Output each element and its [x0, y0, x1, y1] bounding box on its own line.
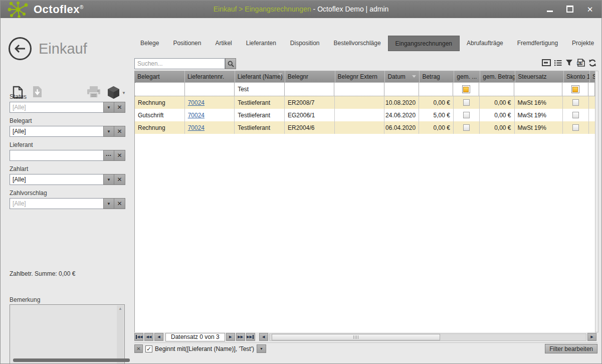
- status-select[interactable]: [Alle]: [10, 102, 103, 113]
- cell-belegart[interactable]: Rechnung: [135, 96, 185, 109]
- zahlvorschlag-select[interactable]: [Alle]: [10, 198, 103, 209]
- next-page-button[interactable]: ▶▶: [236, 333, 245, 341]
- belegart-clear-button[interactable]: ✕: [114, 126, 125, 137]
- filter-cell-lieferant-name[interactable]: Test: [235, 83, 285, 96]
- filter-cell-lieferantennr[interactable]: [185, 83, 235, 96]
- cell-gem-betrag[interactable]: 0,00 €: [480, 96, 515, 109]
- table-row[interactable]: Rechnung 70024 Testlieferant ER2004/6 06…: [135, 121, 595, 134]
- cell-gem-betrag[interactable]: 0,00 €: [480, 121, 515, 134]
- filter-cell-belegart[interactable]: [135, 83, 185, 96]
- column-header-belegnr-extern[interactable]: Belegnr Extern: [335, 71, 385, 82]
- close-button[interactable]: ✕: [583, 5, 596, 14]
- filter-cell-datum[interactable]: [384, 83, 419, 96]
- cell-lieferant-name[interactable]: Testlieferant: [235, 109, 285, 121]
- skonto1-filter-checkbox[interactable]: [571, 85, 579, 93]
- cell-belegnr[interactable]: EG2006/1: [285, 109, 335, 121]
- prev-record-button[interactable]: ◀: [154, 333, 163, 341]
- skonto1-checkbox[interactable]: [572, 112, 579, 118]
- maximize-button[interactable]: [563, 5, 576, 14]
- prev-page-button[interactable]: ◀◀: [144, 333, 153, 341]
- tab-bestellvorschlaege[interactable]: Bestellvorschläge: [327, 35, 388, 52]
- tab-eingangsrechnungen[interactable]: Eingangsrechnungen: [388, 36, 460, 51]
- bemerkung-scrollbar[interactable]: ▲▼: [117, 305, 124, 364]
- panel-toggle-button[interactable]: [542, 59, 551, 66]
- tab-disposition[interactable]: Disposition: [283, 35, 327, 52]
- grid-hscrollbar[interactable]: [269, 333, 586, 341]
- column-header-lieferantennr[interactable]: Lieferantennr.: [185, 71, 235, 82]
- gem-checkbox[interactable]: [463, 99, 470, 106]
- lieferantennr-link[interactable]: 70024: [188, 99, 205, 106]
- gem-filter-checkbox[interactable]: [462, 85, 470, 93]
- belegart-select[interactable]: [Alle]: [10, 126, 103, 137]
- lieferantennr-link[interactable]: 70024: [188, 124, 205, 131]
- table-row[interactable]: Rechnung 70024 Testlieferant ER2008/7 10…: [135, 96, 595, 109]
- cell-betrag[interactable]: 0,00 €: [419, 121, 454, 134]
- status-dropdown-button[interactable]: ▼: [103, 102, 114, 113]
- filter-expression[interactable]: Beginnt mit([Lieferant (Name)], 'Test'): [155, 345, 254, 352]
- grid-vscrollbar[interactable]: [595, 71, 598, 332]
- sidebar-hscrollbar[interactable]: [13, 358, 130, 362]
- cell-steuersatz[interactable]: MwSt 19%: [515, 121, 563, 134]
- tab-lieferanten[interactable]: Lieferanten: [239, 35, 283, 52]
- back-button[interactable]: [9, 37, 32, 60]
- skonto1-checkbox[interactable]: [572, 99, 579, 106]
- filter-edit-button[interactable]: Filter bearbeiten: [545, 344, 597, 353]
- gem-checkbox[interactable]: [463, 112, 470, 118]
- cell-belegnr[interactable]: ER2004/6: [285, 121, 335, 134]
- zahlvorschlag-dropdown-button[interactable]: ▼: [103, 198, 114, 209]
- table-row[interactable]: Gutschrift 70024 Testlieferant EG2006/1 …: [135, 109, 595, 121]
- hscroll-right-button[interactable]: ▶: [587, 333, 596, 341]
- column-header-skonto1[interactable]: Skonto 1: [564, 71, 590, 82]
- tab-artikel[interactable]: Artikel: [208, 35, 239, 52]
- status-clear-button[interactable]: ✕: [114, 102, 125, 113]
- cell-steuersatz[interactable]: MwSt 16%: [515, 96, 563, 109]
- column-header-belegnr[interactable]: Belegnr: [285, 71, 335, 82]
- tab-fremdfertigung[interactable]: Fremdfertigung: [510, 35, 565, 52]
- tab-positionen[interactable]: Positionen: [166, 35, 208, 52]
- cell-gem-betrag[interactable]: 0,00 €: [480, 109, 515, 121]
- filter-enabled-checkbox[interactable]: ✓: [145, 345, 152, 352]
- cell-belegnr[interactable]: ER2008/7: [285, 96, 335, 109]
- next-record-button[interactable]: ▶: [226, 333, 235, 341]
- zahlvorschlag-clear-button[interactable]: ✕: [114, 198, 125, 209]
- cell-lieferant-name[interactable]: Testlieferant: [235, 121, 285, 134]
- tab-belege[interactable]: Belege: [133, 35, 166, 52]
- hscroll-left-button[interactable]: ◀: [259, 333, 268, 341]
- zahlart-clear-button[interactable]: ✕: [114, 174, 125, 185]
- column-header-belegart[interactable]: Belegart: [135, 71, 185, 82]
- minimize-button[interactable]: [543, 5, 556, 14]
- filter-close-button[interactable]: ✕: [134, 344, 143, 353]
- column-header-gem[interactable]: gem. ...: [454, 71, 480, 82]
- lieferant-browse-button[interactable]: …: [103, 150, 114, 161]
- cell-belegart[interactable]: Rechnung: [135, 121, 185, 134]
- column-header-s[interactable]: S: [590, 71, 595, 82]
- hscrollbar-thumb[interactable]: [272, 334, 440, 340]
- lieferantennr-link[interactable]: 70024: [188, 112, 205, 119]
- filter-cell-steuersatz[interactable]: [514, 83, 563, 96]
- export-xls-button[interactable]: XLS: [576, 59, 585, 67]
- cell-lieferant-name[interactable]: Testlieferant: [235, 96, 285, 109]
- column-header-gem-betrag[interactable]: gem. Betrag: [480, 71, 515, 82]
- filter-cell-belegnr-extern[interactable]: [334, 83, 384, 96]
- column-header-datum[interactable]: Datum: [385, 71, 420, 82]
- first-record-button[interactable]: ◀◀: [134, 333, 143, 341]
- skonto1-checkbox[interactable]: [572, 124, 579, 131]
- group-list-button[interactable]: [554, 60, 562, 66]
- column-header-betrag[interactable]: Betrag: [420, 71, 454, 82]
- cell-betrag[interactable]: 0,00 €: [419, 96, 454, 109]
- last-record-button[interactable]: ▶▶: [246, 333, 255, 341]
- column-header-steuersatz[interactable]: Steuersatz: [515, 71, 564, 82]
- cell-belegart[interactable]: Gutschrift: [135, 109, 185, 121]
- cell-belegnr-extern[interactable]: [335, 96, 385, 109]
- tab-projekte[interactable]: Projekte: [565, 35, 601, 52]
- filter-history-dropdown[interactable]: ▼: [257, 344, 266, 353]
- bemerkung-textarea[interactable]: ▲▼: [10, 304, 125, 364]
- filter-button[interactable]: [565, 59, 573, 66]
- zahlart-dropdown-button[interactable]: ▼: [103, 174, 114, 185]
- refresh-button[interactable]: [588, 59, 596, 67]
- gem-checkbox[interactable]: [463, 124, 470, 131]
- lieferant-clear-button[interactable]: ✕: [114, 150, 125, 161]
- filter-cell-gem-betrag[interactable]: [479, 83, 514, 96]
- filter-cell-belegnr[interactable]: [285, 83, 335, 96]
- cell-datum[interactable]: 10.08.2020: [384, 96, 419, 109]
